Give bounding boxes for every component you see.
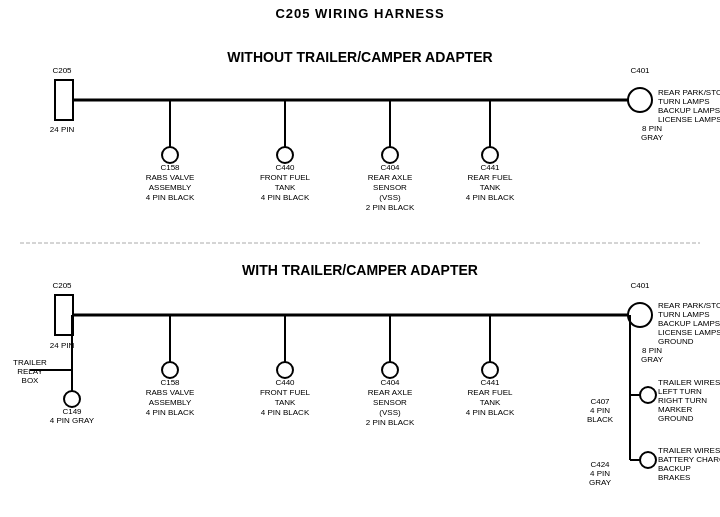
c424-side-l4: BRAKES — [658, 473, 690, 482]
c440-s2-connector — [277, 362, 293, 378]
c440-s2-l4: 4 PIN BLACK — [261, 408, 310, 417]
wiring-diagram: WITHOUT TRAILER/CAMPER ADAPTER C205 24 P… — [0, 0, 720, 517]
c401-s2-label: C401 — [630, 281, 650, 290]
c441-s2-l1: C441 — [480, 378, 500, 387]
c441-s1-l3: TANK — [480, 183, 501, 192]
c205-s1-connector — [55, 80, 73, 120]
c440-s1-connector — [277, 147, 293, 163]
c158-s1-l1: C158 — [160, 163, 180, 172]
c424-side-l1: TRAILER WIRES — [658, 446, 720, 455]
c401-s2-pin1: REAR PARK/STOP — [658, 301, 720, 310]
c404-s1-l4: (VSS) — [379, 193, 401, 202]
c404-s2-l5: 2 PIN BLACK — [366, 418, 415, 427]
c158-s2-l2: RABS VALVE — [146, 388, 195, 397]
c404-s2-l4: (VSS) — [379, 408, 401, 417]
c401-s2-pin4: LICENSE LAMPS — [658, 328, 720, 337]
trailer-relay-l2: RELAY — [17, 367, 43, 376]
c441-s2-l2: REAR FUEL — [468, 388, 513, 397]
c441-s1-l2: REAR FUEL — [468, 173, 513, 182]
c149-l2: 4 PIN GRAY — [50, 416, 95, 425]
c401-s1-pin4: LICENSE LAMPS — [658, 115, 720, 124]
c158-s2-l1: C158 — [160, 378, 180, 387]
c401-s1-pin3: BACKUP LAMPS — [658, 106, 720, 115]
c407-l3: BLACK — [587, 415, 614, 424]
c440-s1-l3: TANK — [275, 183, 296, 192]
c158-s2-l4: 4 PIN BLACK — [146, 408, 195, 417]
c158-s1-l3: ASSEMBLY — [149, 183, 192, 192]
c424-connector — [640, 452, 656, 468]
c205-s2-label: C205 — [52, 281, 72, 290]
c401-s1-label: C401 — [630, 66, 650, 75]
c407-side-l5: GROUND — [658, 414, 694, 423]
c441-s2-connector — [482, 362, 498, 378]
c424-side-l2: BATTERY CHARGE — [658, 455, 720, 464]
c404-s1-l3: SENSOR — [373, 183, 407, 192]
c404-s1-connector — [382, 147, 398, 163]
c205-s2-connector — [55, 295, 73, 335]
c404-s2-connector — [382, 362, 398, 378]
c441-s1-l1: C441 — [480, 163, 500, 172]
c441-s1-connector — [482, 147, 498, 163]
trailer-relay-l1: TRAILER — [13, 358, 47, 367]
c149-connector — [64, 391, 80, 407]
c401-s1-pin5: 8 PIN — [642, 124, 662, 133]
c404-s1-l1: C404 — [380, 163, 400, 172]
c401-s2-connector — [628, 303, 652, 327]
section2-title: WITH TRAILER/CAMPER ADAPTER — [242, 262, 478, 278]
c158-s1-l4: 4 PIN BLACK — [146, 193, 195, 202]
c440-s2-l2: FRONT FUEL — [260, 388, 311, 397]
c440-s2-l3: TANK — [275, 398, 296, 407]
c424-l2: 4 PIN — [590, 469, 610, 478]
c158-s1-connector — [162, 147, 178, 163]
c441-s2-l3: TANK — [480, 398, 501, 407]
c401-s2-pin7: GRAY — [641, 355, 664, 364]
trailer-relay-l3: BOX — [22, 376, 40, 385]
c407-side-l4: MARKER — [658, 405, 692, 414]
c441-s1-l4: 4 PIN BLACK — [466, 193, 515, 202]
c407-l1: C407 — [590, 397, 610, 406]
c401-s1-pin6: GRAY — [641, 133, 664, 142]
c407-side-l3: RIGHT TURN — [658, 396, 707, 405]
c440-s1-l4: 4 PIN BLACK — [261, 193, 310, 202]
c404-s2-l3: SENSOR — [373, 398, 407, 407]
c404-s1-l2: REAR AXLE — [368, 173, 412, 182]
c407-l2: 4 PIN — [590, 406, 610, 415]
diagram-container: C205 WIRING HARNESS WITHOUT TRAILER/CAMP… — [0, 0, 720, 517]
c407-side-l2: LEFT TURN — [658, 387, 702, 396]
c401-s1-pin1: REAR PARK/STOP — [658, 88, 720, 97]
c424-l3: GRAY — [589, 478, 612, 487]
c205-s1-label: C205 — [52, 66, 72, 75]
c440-s1-l1: C440 — [275, 163, 295, 172]
c407-side-l1: TRAILER WIRES — [658, 378, 720, 387]
c401-s2-pin2: TURN LAMPS — [658, 310, 710, 319]
c205-s1-pin: 24 PIN — [50, 125, 75, 134]
c158-s2-l3: ASSEMBLY — [149, 398, 192, 407]
c424-side-l3: BACKUP — [658, 464, 691, 473]
c440-s1-l2: FRONT FUEL — [260, 173, 311, 182]
c404-s2-l1: C404 — [380, 378, 400, 387]
c401-s2-pin6: 8 PIN — [642, 346, 662, 355]
c401-s1-pin2: TURN LAMPS — [658, 97, 710, 106]
c404-s1-l5: 2 PIN BLACK — [366, 203, 415, 212]
c205-s2-pin: 24 PIN — [50, 341, 75, 350]
c158-s2-connector — [162, 362, 178, 378]
c149-l1: C149 — [62, 407, 82, 416]
c401-s1-connector — [628, 88, 652, 112]
section1-title: WITHOUT TRAILER/CAMPER ADAPTER — [227, 49, 492, 65]
c158-s1-l2: RABS VALVE — [146, 173, 195, 182]
c401-s2-pin5: GROUND — [658, 337, 694, 346]
c407-connector — [640, 387, 656, 403]
c441-s2-l4: 4 PIN BLACK — [466, 408, 515, 417]
c401-s2-pin3: BACKUP LAMPS — [658, 319, 720, 328]
c424-l1: C424 — [590, 460, 610, 469]
c440-s2-l1: C440 — [275, 378, 295, 387]
c404-s2-l2: REAR AXLE — [368, 388, 412, 397]
